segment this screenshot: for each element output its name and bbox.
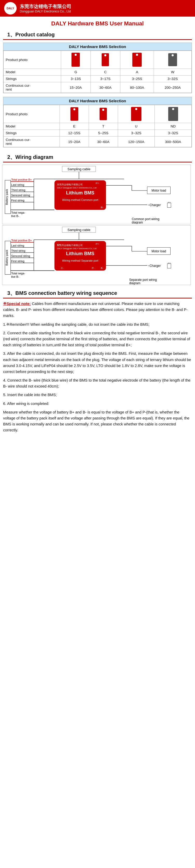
svg-text:First string: First string (11, 199, 24, 202)
model-e: E (60, 123, 89, 130)
current-c: 30~60A (90, 82, 120, 93)
table-row: Strings 3~13S 3~17S 3~25S 3~32S (4, 75, 192, 82)
svg-text:First string: First string (11, 259, 24, 263)
current-u: 120~150A (118, 136, 155, 147)
model-w: W (154, 69, 192, 75)
table2-content: Product photo (3, 105, 192, 147)
model-u: U (118, 123, 155, 130)
wiring-diagram-2-container: Sampling cable Battery pack Total positi… (0, 225, 195, 285)
svg-text:C+: C+ (57, 243, 60, 246)
strings-a: 3~25S (120, 75, 154, 82)
note-item-4: 5. Insert the cable into the BMS; (3, 392, 192, 398)
row-label: Product photo (4, 105, 60, 123)
strings-nd: 3~32S (155, 130, 192, 136)
svg-text:DALY Dongguan DALY Electronics: DALY Dongguan DALY Electronics Co., Ltd (57, 187, 96, 189)
note-item-6: Measure whether the voltage of battery B… (3, 409, 192, 433)
svg-text:Last string: Last string (11, 244, 24, 247)
strings-g: 3~13S (61, 75, 90, 82)
svg-rect-78 (167, 264, 171, 269)
svg-rect-35 (167, 203, 171, 208)
special-note-para: ※Special note: Cables from different man… (3, 301, 192, 319)
row-label: Strings (4, 130, 60, 136)
note-item-3: 4. Connect the B- wire (thick blue wire)… (3, 377, 192, 390)
note-item-2: 3. After the cable is connected, do not … (3, 351, 192, 375)
svg-text:P-: P- (92, 267, 94, 270)
svg-text:Total positive B+: Total positive B+ (11, 178, 32, 181)
section1-title: 1、Product catalog (3, 29, 192, 40)
strings-t: 5~25S (89, 130, 118, 136)
strings-w: 3~32S (154, 75, 192, 82)
table2-title: DALY Hardware BMS Selection (3, 97, 192, 105)
svg-text:Third string: Third string (11, 188, 25, 192)
strings-u: 3~32S (118, 130, 155, 136)
photo-cell-g (61, 51, 90, 69)
svg-text:~Charger: ~Charger (148, 203, 161, 207)
svg-text:Motor load: Motor load (151, 189, 166, 192)
logo-text: DALY (7, 6, 14, 10)
bms-table-1: DALY Hardware BMS Selection Product phot… (3, 42, 192, 93)
photo-cell-c (90, 51, 120, 69)
section2-title: 2、Wiring diagram (3, 151, 192, 162)
table1-title: DALY Hardware BMS Selection (3, 43, 192, 51)
table-row: Continuous cur-rent 15~20A 30~60A 120~15… (4, 136, 192, 147)
svg-text:tive B-: tive B- (11, 275, 19, 278)
note-item-5: 6. After wiring is completed: (3, 401, 192, 407)
svg-text:东莞市达锂电子有限公司: 东莞市达锂电子有限公司 (57, 183, 83, 186)
wiring-diagram-2: Sampling cable Battery pack Total positi… (2, 225, 191, 285)
table-row: Product photo (4, 105, 192, 123)
model-a: A (120, 69, 154, 75)
svg-text:DALY Dongguan DALY Electronics: DALY Dongguan DALY Electronics Co., Ltd (57, 247, 96, 250)
svg-text:Wiring method Common port: Wiring method Common port (62, 198, 98, 202)
wiring-diagram-1: Sampling cable Battery pack Total positi… (2, 164, 191, 224)
svg-text:Wiring method Separate port: Wiring method Separate port (62, 259, 98, 262)
svg-text:B-: B- (101, 206, 104, 209)
strings-e: 12~15S (60, 130, 89, 136)
note-item-1: 2. Connect the cable starting from the t… (3, 330, 192, 348)
svg-text:Lithium BMS: Lithium BMS (66, 190, 94, 195)
svg-text:Lithium BMS: Lithium BMS (66, 251, 94, 256)
current-a: 80~100A (120, 82, 154, 93)
svg-text:Last string: Last string (11, 183, 24, 186)
photo-cell-t (89, 105, 118, 123)
photo-cell-u (118, 105, 155, 123)
row-label: Continuous cur-rent (4, 82, 61, 93)
svg-text:C-: C- (61, 267, 63, 270)
row-label: Strings (4, 75, 61, 82)
photo-cell-e (60, 105, 89, 123)
model-c: C (90, 69, 120, 75)
row-label: Model (4, 69, 61, 75)
svg-text:B-: B- (101, 267, 104, 270)
svg-text:Sencond string: Sencond string (11, 254, 30, 257)
table-row: Strings 12~15S 5~25S 3~32S 3~32S (4, 130, 192, 136)
header: DALY 东莞市达锂电子有限公司 Dongguan DALY Electroni… (0, 0, 195, 17)
table-row: Continuous cur-rent 15~20A 30~60A 80~100… (4, 82, 192, 93)
svg-text:Total positive B+: Total positive B+ (11, 239, 32, 242)
svg-text:Total nega-: Total nega- (11, 211, 25, 214)
svg-text:diagram: diagram (129, 281, 140, 285)
svg-text:P+: P+ (96, 182, 99, 185)
svg-text:东莞市达锂电子有限公司: 东莞市达锂电子有限公司 (57, 244, 83, 247)
svg-text:Sencond string: Sencond string (11, 194, 30, 197)
main-title: DALY Hardware BMS User Manual (0, 17, 195, 29)
bms-table-2: DALY Hardware BMS Selection Product phot… (3, 97, 192, 148)
notes-list: 1.※Remmber!!! When welding the sampling … (3, 321, 192, 433)
svg-text:P+: P+ (96, 242, 99, 245)
table1-content: Product photo (3, 51, 192, 93)
current-t: 30~60A (89, 136, 118, 147)
section3-content: ※Special note: Cables from different man… (0, 301, 195, 441)
strings-c: 3~17S (90, 75, 120, 82)
wiring-diagram-1-container: Sampling cable Battery pack Total positi… (0, 164, 195, 224)
model-g: G (61, 69, 90, 75)
table-row: Model E T U ND (4, 123, 192, 130)
table-row: Product photo (4, 51, 192, 69)
row-label: Product photo (4, 51, 61, 69)
photo-cell-a (120, 51, 154, 69)
section3-title: 3、BMS connection battery wiring sequence (3, 287, 192, 299)
company-name-cn: 东莞市达锂电子有限公司 (20, 3, 71, 10)
company-name-en: Dongguan DALY Electronics Co., Ltd (20, 10, 71, 13)
row-label: Continuous cur-rent (4, 136, 60, 147)
special-note-label: ※Special note: (3, 301, 31, 306)
current-e: 15~20A (60, 136, 89, 147)
svg-text:Battery pack: Battery pack (5, 189, 8, 205)
company-info: 东莞市达锂电子有限公司 Dongguan DALY Electronics Co… (20, 3, 71, 13)
